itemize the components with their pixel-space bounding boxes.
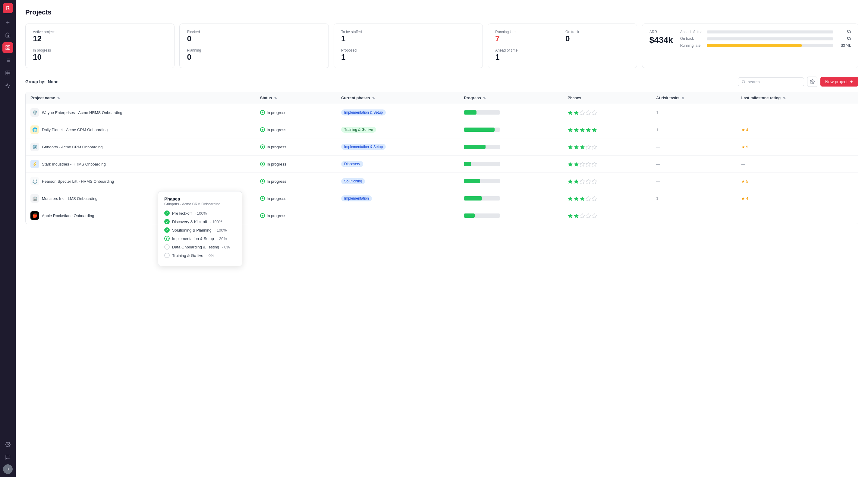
- svg-marker-52: [568, 214, 572, 218]
- col-milestone[interactable]: Last milestone rating ⇅: [737, 92, 858, 104]
- add-button[interactable]: [2, 17, 13, 28]
- status-cell: In progress: [255, 156, 336, 173]
- group-by-value[interactable]: None: [48, 79, 59, 84]
- milestone-cell: ★ 5: [737, 139, 858, 156]
- col-current-phases[interactable]: Current phases ⇅: [336, 92, 459, 104]
- project-name-cell[interactable]: 🌐 Daily Planet - Acme CRM Onboarding: [26, 121, 255, 139]
- arr-bar-running-late: Running late $374k: [680, 43, 851, 48]
- milestone-cell: —: [737, 104, 858, 121]
- project-name-cell[interactable]: ⚡ Stark Industries - HRMS Onboarding: [26, 156, 255, 173]
- status-cell: In progress: [255, 207, 336, 224]
- phases-cell[interactable]: [563, 207, 651, 224]
- phases-cell[interactable]: [563, 173, 651, 190]
- arr-bar-on-track: On track $0: [680, 36, 851, 41]
- project-name: Apple Rocketlane Onboarding: [42, 213, 94, 218]
- toolbar-right: New project: [738, 77, 858, 87]
- phases-cell[interactable]: [563, 190, 651, 207]
- table-row[interactable]: 🌐 Daily Planet - Acme CRM Onboarding In …: [26, 121, 858, 139]
- search-icon: [742, 80, 746, 84]
- progress-fill: [464, 110, 476, 115]
- status-cell: In progress: [255, 190, 336, 207]
- project-name-cell[interactable]: ⚙️ Gringotts - Acme CRM Onboarding: [26, 139, 255, 156]
- active-projects-label: Active projects: [33, 30, 97, 34]
- phase-label: Training & Go-live: [172, 253, 204, 258]
- col-status[interactable]: Status ⇅: [255, 92, 336, 104]
- running-late-label: Running late: [495, 30, 559, 34]
- project-name-cell[interactable]: 🛡️ Wayne Enterprises - Acme HRMS Onboard…: [26, 104, 255, 121]
- status-label: In progress: [267, 162, 286, 167]
- new-project-button[interactable]: New project: [820, 77, 858, 87]
- project-name: Wayne Enterprises - Acme HRMS Onboarding: [42, 110, 122, 115]
- phases-cell[interactable]: [563, 156, 651, 173]
- project-name-cell[interactable]: ⚖️ Pearson Specter Litt - HRMS Onboardin…: [26, 173, 255, 190]
- popup-subtitle: Gringotts - Acme CRM Onboarding: [164, 202, 236, 206]
- table-row[interactable]: 🛡️ Wayne Enterprises - Acme HRMS Onboard…: [26, 104, 858, 121]
- svg-line-18: [744, 82, 745, 83]
- arr-label: ARR: [650, 30, 673, 34]
- phase-label: Implementation & Setup: [172, 236, 214, 241]
- chat-icon[interactable]: [2, 452, 13, 463]
- table-row[interactable]: ⚙️ Gringotts - Acme CRM Onboarding In pr…: [26, 139, 858, 156]
- popup-phase-row: Data Onboarding & Testing · 0%: [164, 244, 236, 250]
- projects-icon[interactable]: [2, 42, 13, 53]
- popup-phase-row: ✓Solutioning & Planning · 100%: [164, 227, 236, 233]
- milestone-cell: ★ 4: [737, 190, 858, 207]
- status-cell: In progress: [255, 121, 336, 139]
- svg-marker-37: [568, 162, 572, 167]
- current-phases-cell: Solutioning: [336, 173, 459, 190]
- popup-phase-row: ◐Implementation & Setup · 20%: [164, 236, 236, 241]
- phases-cell[interactable]: [563, 104, 651, 121]
- status-dot: [260, 213, 265, 218]
- blocked-value: 0: [187, 34, 251, 43]
- project-name: Gringotts - Acme CRM Onboarding: [42, 145, 103, 149]
- project-name: Stark Industries - HRMS Onboarding: [42, 162, 106, 167]
- active-projects-card: Active projects 12 In progress 10: [25, 24, 175, 68]
- timing-card: Running late 7 On track 0 Ahead of time …: [488, 24, 637, 68]
- project-icon: 🌐: [30, 125, 39, 134]
- avatar[interactable]: U: [3, 464, 13, 474]
- arr-ahead-label: Ahead of time: [680, 30, 704, 34]
- popup-phase-row: ✓Discovery & Kick-off · 100%: [164, 219, 236, 224]
- reports-icon[interactable]: [2, 55, 13, 66]
- settings-nav-icon[interactable]: [2, 439, 13, 450]
- phases-cell[interactable]: [563, 121, 651, 139]
- current-phases-cell: Training & Go-live: [336, 121, 459, 139]
- table-settings-button[interactable]: [807, 77, 817, 87]
- phase-check-done: ✓: [164, 219, 170, 224]
- phase-pct: · 100%: [215, 228, 227, 233]
- app-logo[interactable]: R: [3, 3, 13, 13]
- current-phase-chip: Discovery: [341, 161, 363, 167]
- col-project-name[interactable]: Project name ⇅: [26, 92, 255, 104]
- svg-point-19: [812, 81, 813, 82]
- new-project-label: New project: [825, 79, 847, 84]
- progress-bar: [464, 162, 500, 166]
- milestone-cell: ★ 5: [737, 173, 858, 190]
- phase-check-partial: ◐: [164, 236, 170, 241]
- svg-marker-39: [580, 162, 585, 167]
- col-progress[interactable]: Progress ⇅: [459, 92, 563, 104]
- phases-cell[interactable]: [563, 139, 651, 156]
- table-row[interactable]: 🏢 Monsters Inc - LMS Onboarding In progr…: [26, 190, 858, 207]
- svg-marker-42: [568, 179, 572, 184]
- search-box[interactable]: [738, 78, 804, 86]
- table-row[interactable]: ⚡ Stark Industries - HRMS Onboarding In …: [26, 156, 858, 173]
- milestone-rating: ★ 5: [741, 145, 853, 149]
- svg-rect-12: [6, 71, 10, 75]
- table-row[interactable]: ⚖️ Pearson Specter Litt - HRMS Onboardin…: [26, 173, 858, 190]
- analytics-icon[interactable]: [2, 80, 13, 91]
- at-risk-cell: 1: [651, 104, 737, 121]
- running-late-value: 7: [495, 34, 559, 43]
- proposed-label: Proposed: [341, 48, 405, 53]
- table-row[interactable]: 🍎 Apple Rocketlane Onboarding In progres…: [26, 207, 858, 224]
- svg-marker-25: [586, 111, 591, 115]
- page: Projects Active projects 12 In progress …: [16, 0, 868, 477]
- col-at-risk[interactable]: At risk tasks ⇅: [651, 92, 737, 104]
- phase-check-empty: [164, 253, 170, 258]
- table-icon[interactable]: [2, 67, 13, 79]
- progress-fill: [464, 145, 486, 149]
- project-icon: 🍎: [30, 211, 39, 220]
- phase-label: Solutioning & Planning: [172, 228, 212, 233]
- home-icon[interactable]: [2, 30, 13, 40]
- svg-point-17: [742, 80, 745, 83]
- search-input[interactable]: [748, 80, 800, 84]
